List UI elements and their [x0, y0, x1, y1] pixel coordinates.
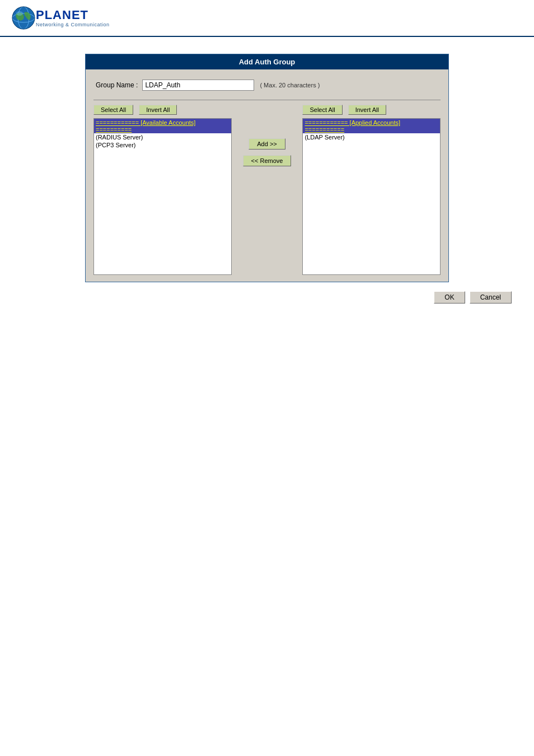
logo-tagline-label: Networking & Communication — [36, 22, 110, 27]
applied-accounts-header: ============ [Applied Accounts] ========… — [303, 119, 440, 133]
dialog-title: Add Auth Group — [86, 54, 448, 69]
group-name-row: Group Name : ( Max. 20 characters ) — [93, 76, 441, 94]
applied-invert-all-button[interactable]: Invert All — [348, 105, 386, 115]
available-accounts-listbox[interactable]: ============ [Available Accounts] ======… — [93, 118, 232, 275]
available-select-all-button[interactable]: Select All — [93, 105, 133, 115]
footer-buttons: OK Cancel — [22, 291, 512, 304]
add-auth-group-dialog: Add Auth Group Group Name : ( Max. 20 ch… — [85, 54, 449, 282]
logo-area: PLANET Networking & Communication — [11, 6, 523, 30]
planet-logo-icon — [11, 6, 36, 30]
middle-action-buttons: Add >> << Remove — [232, 105, 303, 166]
divider — [93, 100, 441, 100]
dual-list-container: Select All Invert All ============ [Avai… — [93, 105, 441, 275]
logo-text: PLANET Networking & Communication — [36, 8, 110, 27]
svg-point-4 — [16, 11, 23, 16]
cancel-button[interactable]: Cancel — [470, 291, 512, 304]
applied-accounts-listbox[interactable]: ============ [Applied Accounts] ========… — [302, 118, 441, 275]
list-item[interactable]: (LDAP Server) — [303, 133, 440, 141]
applied-select-all-button[interactable]: Select All — [302, 105, 342, 115]
available-invert-all-button[interactable]: Invert All — [139, 105, 177, 115]
ok-button[interactable]: OK — [434, 291, 465, 304]
applied-accounts-panel: Select All Invert All ============ [Appl… — [302, 105, 441, 275]
list-item[interactable]: (PCP3 Server) — [94, 141, 231, 149]
add-button[interactable]: Add >> — [249, 138, 285, 150]
group-name-label: Group Name : — [96, 81, 138, 89]
available-accounts-panel: Select All Invert All ============ [Avai… — [93, 105, 232, 275]
list-item[interactable]: (RADIUS Server) — [94, 133, 231, 141]
remove-button[interactable]: << Remove — [243, 155, 292, 166]
page-header: PLANET Networking & Communication — [0, 0, 534, 37]
group-name-hint: ( Max. 20 characters ) — [260, 82, 320, 88]
available-buttons-row: Select All Invert All — [93, 105, 232, 115]
available-accounts-header: ============ [Available Accounts] ======… — [94, 119, 231, 133]
page-content: Add Auth Group Group Name : ( Max. 20 ch… — [0, 37, 534, 320]
logo-planet-label: PLANET — [36, 8, 110, 22]
dialog-body: Group Name : ( Max. 20 characters ) Sele… — [86, 69, 448, 282]
group-name-input[interactable] — [142, 80, 254, 91]
applied-buttons-row: Select All Invert All — [302, 105, 441, 115]
